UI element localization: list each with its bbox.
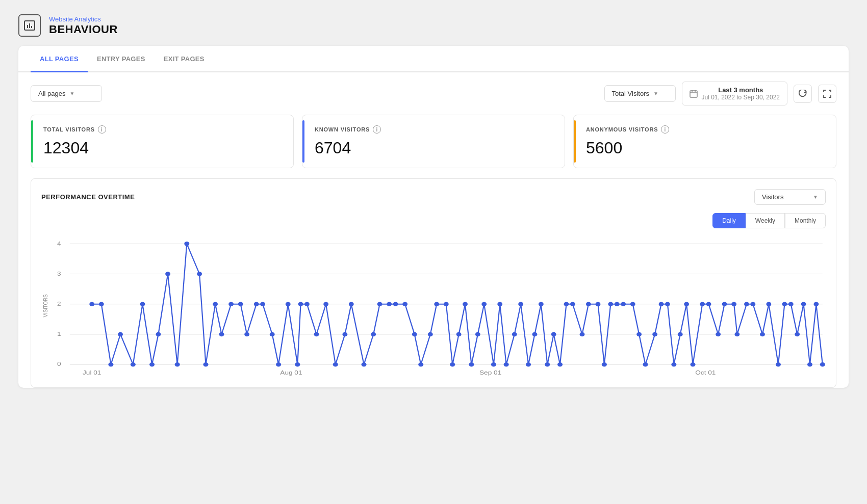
svg-point-92 [652, 332, 657, 337]
svg-point-76 [539, 302, 544, 306]
svg-point-39 [254, 302, 259, 306]
svg-point-21 [89, 302, 94, 306]
svg-point-112 [795, 332, 800, 337]
svg-point-32 [197, 272, 202, 276]
svg-point-79 [557, 362, 563, 367]
svg-text:Sep 01: Sep 01 [479, 368, 501, 376]
chevron-down-icon: ▼ [813, 194, 818, 200]
svg-point-52 [362, 362, 367, 367]
svg-point-66 [469, 362, 474, 367]
svg-point-97 [684, 302, 689, 306]
known-visitors-info-icon[interactable]: i [373, 125, 381, 134]
breadcrumb: Website Analytics [49, 15, 118, 23]
known-visitors-accent [302, 120, 304, 163]
svg-point-23 [108, 362, 113, 367]
svg-point-45 [298, 302, 303, 306]
svg-point-30 [175, 362, 180, 367]
svg-point-84 [596, 302, 601, 306]
svg-point-68 [481, 302, 487, 306]
svg-point-96 [678, 332, 683, 337]
svg-point-90 [636, 332, 642, 337]
svg-point-89 [630, 302, 635, 306]
pages-dropdown[interactable]: All pages ▼ [31, 85, 102, 102]
svg-text:3: 3 [57, 270, 61, 277]
svg-point-99 [700, 302, 705, 306]
svg-point-64 [456, 332, 462, 337]
svg-point-104 [734, 332, 740, 337]
svg-point-73 [518, 302, 523, 306]
svg-point-63 [450, 362, 455, 367]
metric-dropdown[interactable]: Total Visitors ▼ [604, 85, 676, 102]
time-toggle: Daily Weekly Monthly [41, 213, 826, 228]
svg-point-40 [260, 302, 265, 306]
svg-text:0: 0 [57, 360, 61, 367]
analytics-icon [18, 14, 41, 37]
daily-button[interactable]: Daily [712, 213, 746, 228]
svg-point-58 [412, 332, 417, 337]
monthly-button[interactable]: Monthly [785, 213, 826, 228]
svg-point-57 [402, 302, 407, 306]
svg-point-65 [463, 302, 468, 306]
tab-entry-pages[interactable]: ENTRY PAGES [88, 46, 155, 72]
svg-text:Jul 01: Jul 01 [83, 368, 101, 376]
svg-point-83 [586, 302, 591, 306]
page-title: BEHAVIOUR [49, 23, 118, 36]
svg-point-22 [99, 302, 104, 306]
svg-point-28 [156, 332, 161, 337]
svg-point-103 [731, 302, 736, 306]
tab-all-pages[interactable]: ALL PAGES [31, 46, 88, 72]
svg-point-54 [377, 302, 382, 306]
svg-text:1: 1 [57, 330, 61, 337]
date-range-picker[interactable]: Last 3 months Jul 01, 2022 to Sep 30, 20… [682, 82, 788, 105]
anonymous-visitors-info-icon[interactable]: i [661, 125, 669, 134]
svg-point-80 [564, 302, 569, 306]
metric-known-visitors: KNOWN VISITORS i 6704 [302, 115, 565, 168]
refresh-button[interactable] [794, 85, 812, 103]
svg-point-67 [475, 332, 480, 337]
svg-point-24 [118, 332, 123, 337]
metric-anonymous-visitors: ANONYMOUS VISITORS i 5600 [573, 115, 836, 168]
svg-point-46 [304, 302, 310, 306]
weekly-button[interactable]: Weekly [746, 213, 785, 228]
svg-point-115 [813, 302, 819, 306]
svg-point-108 [766, 302, 771, 306]
total-visitors-accent [31, 120, 33, 163]
svg-point-34 [213, 302, 218, 306]
known-visitors-value: 6704 [315, 139, 552, 157]
svg-point-94 [665, 302, 670, 306]
svg-point-55 [387, 302, 392, 306]
svg-point-101 [716, 332, 721, 337]
svg-point-31 [184, 242, 189, 246]
svg-point-109 [776, 362, 781, 367]
svg-point-100 [706, 302, 711, 306]
tab-exit-pages[interactable]: EXIT PAGES [155, 46, 214, 72]
svg-point-42 [276, 362, 281, 367]
pages-dropdown-label: All pages [38, 90, 65, 97]
svg-point-44 [295, 362, 300, 367]
svg-point-86 [608, 302, 613, 306]
svg-point-25 [131, 362, 136, 367]
svg-point-91 [643, 362, 648, 367]
chart-section: PERFORMANCE OVERTIME Visitors ▼ Daily We… [31, 178, 836, 388]
svg-text:2: 2 [57, 300, 61, 307]
svg-point-77 [545, 362, 550, 367]
svg-point-37 [238, 302, 243, 306]
svg-point-50 [342, 332, 347, 337]
svg-point-75 [532, 332, 537, 337]
svg-point-107 [760, 332, 765, 337]
anonymous-visitors-accent [574, 120, 576, 163]
chart-svg: 4 3 2 1 0 VISITORS Jul 01 Aug 01 Sep 01 … [41, 234, 826, 377]
svg-point-87 [615, 302, 620, 306]
chart-container: 4 3 2 1 0 VISITORS Jul 01 Aug 01 Sep 01 … [41, 234, 826, 377]
fullscreen-button[interactable] [818, 85, 836, 103]
svg-point-85 [602, 362, 607, 367]
svg-point-51 [349, 302, 354, 306]
chart-title: PERFORMANCE OVERTIME [41, 193, 135, 201]
svg-point-62 [444, 302, 449, 306]
svg-point-53 [371, 332, 376, 337]
visitors-dropdown[interactable]: Visitors ▼ [754, 189, 826, 205]
total-visitors-info-icon[interactable]: i [98, 125, 106, 134]
svg-point-81 [570, 302, 575, 306]
svg-point-105 [744, 302, 749, 306]
anonymous-visitors-label: ANONYMOUS VISITORS [586, 126, 658, 132]
